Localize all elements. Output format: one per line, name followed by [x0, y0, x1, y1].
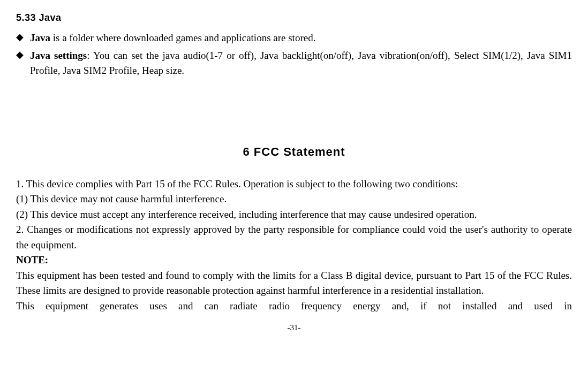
bullet-text: Java settings: You can set the java audi… — [30, 48, 572, 79]
section-heading: 5.33 Java — [16, 11, 572, 25]
diamond-bullet-icon: ◆ — [16, 48, 24, 62]
bullet-bold: Java settings — [30, 50, 87, 61]
paragraph: This equipment generates uses and can ra… — [16, 299, 572, 314]
paragraph: This equipment has been tested and found… — [16, 268, 572, 299]
bullet-text: Java is a folder where downloaded games … — [30, 31, 572, 46]
list-item: ◆ Java is a folder where downloaded game… — [16, 31, 572, 46]
bullet-list: ◆ Java is a folder where downloaded game… — [16, 31, 572, 79]
bullet-rest: : You can set the java audio(1-7 or off)… — [30, 50, 572, 77]
note-label: NOTE: — [16, 253, 572, 268]
bullet-rest: is a folder where downloaded games and a… — [50, 32, 315, 43]
diamond-bullet-icon: ◆ — [16, 31, 24, 44]
paragraph: (1) This device may not cause harmful in… — [16, 192, 572, 207]
page-number: -31- — [16, 322, 572, 334]
bullet-bold: Java — [30, 32, 50, 43]
paragraph: 1. This device complies with Part 15 of … — [16, 177, 572, 192]
list-item: ◆ Java settings: You can set the java au… — [16, 48, 572, 79]
paragraph: 2. Changes or modifications not expressl… — [16, 222, 572, 253]
chapter-heading: 6 FCC Statement — [16, 143, 572, 161]
paragraph: (2) This device must accept any interfer… — [16, 207, 572, 223]
